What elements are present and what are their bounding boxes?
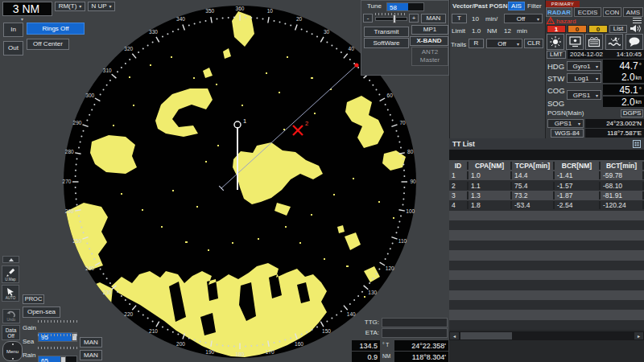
message-button[interactable] [625, 34, 643, 50]
orientation-dropdown[interactable]: N UP▾ [88, 2, 115, 11]
motion-mode-dropdown[interactable]: RM(T)▾ [55, 2, 85, 11]
tt-table-row[interactable] [449, 290, 644, 300]
tt-table-row[interactable] [449, 310, 644, 319]
tab-ecdis[interactable]: ECDIS [574, 7, 601, 17]
cursor-longitude: 118°8.304' [394, 352, 448, 362]
scroll-left-arrow-icon[interactable]: ◂ [450, 332, 459, 339]
tt-cell: 1.0 [469, 171, 512, 179]
sea-state-button[interactable] [605, 34, 623, 50]
sea-man-button[interactable]: MAN [80, 337, 102, 348]
tt-table-row[interactable] [449, 320, 644, 330]
tab-con[interactable]: CON [603, 7, 621, 17]
eta-label: ETA: [355, 330, 379, 336]
tune-level-bar: 58 [386, 2, 424, 11]
tune-slider-ruler [375, 13, 407, 15]
tune-plus-button[interactable]: + [409, 14, 419, 23]
menu-button[interactable]: Menu [2, 341, 23, 361]
tt-column-header: ID [449, 162, 469, 170]
range-out-button[interactable]: Out [3, 41, 23, 56]
warning-count-badge[interactable]: 0 [568, 25, 587, 33]
stw-source-dropdown[interactable]: Log1▾ [567, 73, 601, 83]
tune-slider-track[interactable] [375, 17, 407, 21]
auto-acquire-button[interactable]: AUTO [2, 285, 19, 302]
bearing-label: 120 [386, 265, 394, 271]
range-scale-display[interactable]: 3 NM [2, 2, 52, 16]
tt-column-header: TCPA[min] [512, 162, 555, 170]
sea-slider[interactable]: 65 [38, 356, 77, 362]
undo-button[interactable]: Undo [2, 309, 20, 323]
tt-list-scrollbar[interactable]: ◂ ▸ [449, 331, 644, 340]
alarm-count-badge[interactable]: 1 [547, 25, 566, 33]
transmit-button[interactable]: Transmit [364, 27, 409, 37]
past-posn-dropdown[interactable]: Off▾ [504, 14, 543, 23]
xband-button[interactable]: X-BAND [410, 36, 448, 46]
tt-table-row[interactable] [449, 250, 644, 260]
mp1-button[interactable]: MP1 [411, 25, 448, 35]
tt-list-window-icon[interactable] [633, 140, 641, 148]
tt-table-row[interactable] [449, 300, 644, 310]
tt-target-1-label: 1 [243, 117, 246, 125]
trails-relative-button[interactable]: R [469, 39, 484, 48]
scroll-right-arrow-icon[interactable]: ▸ [634, 332, 643, 339]
cog-sog-source-dropdown[interactable]: GPS1▾ [567, 90, 601, 100]
software-button[interactable]: SoftWare [364, 38, 409, 48]
tt-list-table[interactable]: IDCPA[NM]TCPA[min]BCR[NM]BCT[min]11.014.… [449, 160, 644, 330]
chevron-down-icon: ▾ [79, 4, 81, 9]
ais-toggle-button[interactable]: AIS [508, 2, 525, 10]
tt-table-row[interactable]: 21.175.4-1.57-68.10 [449, 180, 644, 190]
tt-cell: -53.4 [512, 201, 555, 209]
bearing-label: 200 [176, 341, 185, 347]
sidebar-collapse-button[interactable] [2, 256, 19, 263]
posn-source-dropdown[interactable]: GPS1▾ [547, 119, 584, 128]
tt-table-row[interactable] [449, 280, 644, 290]
time-zone-button[interactable]: LMT [547, 51, 566, 59]
ttg-label: TTG: [355, 319, 379, 326]
cog-value: 45.1° [603, 84, 644, 95]
tune-man-button[interactable]: MAN [421, 14, 446, 23]
alert-list-button[interactable]: List [609, 25, 627, 33]
tt-table-row[interactable] [449, 241, 644, 250]
rain-man-button[interactable]: MAN [80, 350, 102, 360]
tab-radar[interactable]: RADAR [546, 7, 572, 17]
speaker-icon[interactable] [630, 24, 642, 33]
tt-table-row[interactable] [449, 270, 644, 280]
trails-clear-button[interactable]: CLR [524, 39, 543, 48]
rain-label: Rain [23, 352, 35, 359]
off-center-button[interactable]: Off Center [27, 39, 69, 50]
alert-list-icon[interactable] [633, 18, 642, 23]
brightness-button[interactable] [547, 34, 564, 50]
datum-button[interactable]: WGS-84 [551, 129, 584, 138]
scrollbar-thumb[interactable] [460, 332, 512, 339]
tt-cell: -1.41 [555, 171, 601, 179]
control-panel-button[interactable] [585, 34, 603, 50]
sea-slider-thumb[interactable] [60, 356, 66, 362]
antenna-selector[interactable]: ANT2Master [411, 47, 448, 66]
tt-table-row[interactable] [449, 261, 644, 270]
data-off-button[interactable]: DataOff [2, 325, 20, 340]
tt-table-row[interactable] [449, 220, 644, 230]
display-settings-button[interactable] [566, 34, 584, 50]
trails-mode-dropdown[interactable]: Off▾ [486, 39, 522, 48]
sea-mode-button[interactable]: Open-sea [23, 306, 60, 318]
tt-table-row[interactable] [449, 211, 644, 220]
range-in-button[interactable]: In [3, 23, 23, 37]
vector-time-value: 10 [472, 16, 479, 23]
caution-count-badge[interactable]: 0 [588, 25, 608, 33]
tt-table-row[interactable]: 31.373.2-1.87-81.91 [449, 191, 644, 200]
current-date: 2024-12-02 [570, 51, 603, 58]
hazard-alert-text[interactable]: hazard [556, 18, 576, 25]
tt-cell: 1 [449, 171, 469, 179]
range-stepper-arrow-icon[interactable]: ▾ [21, 16, 23, 22]
user-map-button[interactable]: U.Map [2, 265, 19, 283]
tune-slider-thumb[interactable] [393, 14, 396, 23]
heading-source-dropdown[interactable]: Gyro1▾ [567, 61, 601, 71]
tt-table-row[interactable] [449, 230, 644, 240]
proc-button[interactable]: PROC [23, 294, 44, 304]
rings-off-button[interactable]: Rings Off [27, 23, 85, 35]
tab-ams[interactable]: AMS [623, 7, 643, 17]
tt-table-row[interactable]: 11.014.4-1.41-59.78 [449, 171, 644, 180]
tt-table-row[interactable]: 41.8-53.4-2.54-120.24 [449, 200, 644, 210]
filter-button[interactable]: Filter [527, 3, 542, 10]
vector-true-button[interactable]: T [452, 14, 467, 23]
tune-minus-button[interactable]: - [363, 14, 373, 23]
